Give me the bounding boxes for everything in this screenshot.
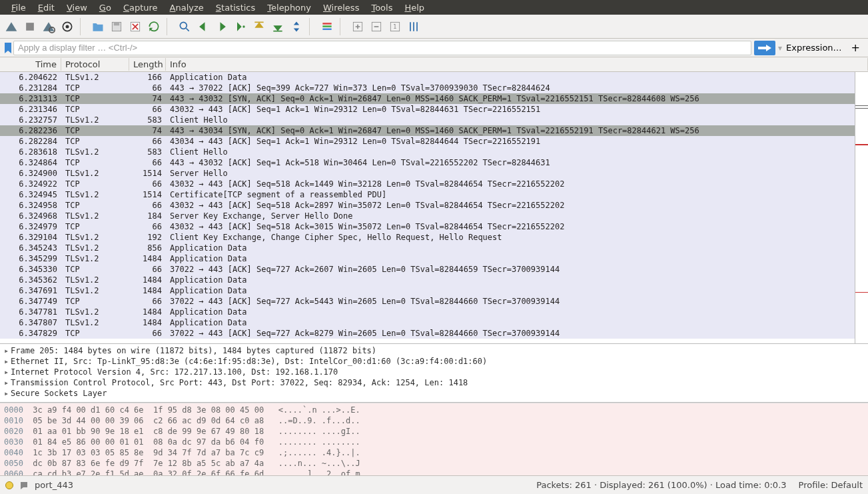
hex-row[interactable]: 0010 05 be 3d 44 00 00 39 06 c2 66 ac d9… xyxy=(4,415,864,426)
capture-comment-icon[interactable] xyxy=(19,480,29,491)
hex-row[interactable]: 0040 1c 3b 17 03 03 05 85 8e 9d 34 7f 7d… xyxy=(4,447,864,458)
open-file-button[interactable] xyxy=(89,18,107,35)
menu-telephony[interactable]: Telephony xyxy=(261,1,317,14)
expand-triangle-icon[interactable]: ▸ xyxy=(4,388,11,399)
menu-wireless[interactable]: Wireless xyxy=(317,1,365,14)
colorize-button[interactable] xyxy=(318,18,336,35)
hex-row[interactable]: 0030 01 84 e5 86 00 00 01 01 08 0a dc 97… xyxy=(4,437,864,447)
svg-rect-0 xyxy=(26,23,34,31)
goto-last-button[interactable] xyxy=(269,18,286,35)
close-file-button[interactable] xyxy=(127,18,144,35)
packet-list-header[interactable]: Time Protocol Length Info xyxy=(0,57,868,72)
toolbar-separator xyxy=(80,18,85,35)
menu-go[interactable]: Go xyxy=(93,1,117,14)
packet-row[interactable]: 6.231346TCP6643032 → 443 [ACK] Seq=1 Ack… xyxy=(0,104,855,115)
packet-row[interactable]: 6.324958TCP6643032 → 443 [ACK] Seq=518 A… xyxy=(0,200,855,211)
menu-file[interactable]: File xyxy=(5,1,32,14)
detail-tree-item[interactable]: ▸Internet Protocol Version 4, Src: 172.2… xyxy=(4,367,864,377)
packet-row[interactable]: 6.347691TLSv1.21484Application Data xyxy=(0,285,855,296)
packet-row[interactable]: 6.282236TCP74443 → 43034 [SYN, ACK] Seq=… xyxy=(0,125,855,136)
svg-rect-9 xyxy=(254,21,263,23)
hex-row[interactable]: 0020 01 aa 01 bb 90 9e 18 e1 c8 de 99 9e… xyxy=(4,426,864,437)
packet-row[interactable]: 6.329104TLSv1.2192Client Key Exchange, C… xyxy=(0,232,855,243)
svg-point-3 xyxy=(66,25,69,28)
expand-triangle-icon[interactable]: ▸ xyxy=(4,377,11,388)
packet-row[interactable]: 6.231284TCP66443 → 37022 [ACK] Seq=399 A… xyxy=(0,83,855,93)
expression-button[interactable]: Expression… xyxy=(782,43,846,53)
menu-tools[interactable]: Tools xyxy=(365,1,398,14)
menu-view[interactable]: View xyxy=(61,1,93,14)
apply-filter-button[interactable] xyxy=(754,41,775,55)
save-file-button[interactable] xyxy=(108,18,125,35)
packet-row[interactable]: 6.347781TLSv1.21484Application Data xyxy=(0,307,855,317)
packet-row[interactable]: 6.283618TLSv1.2583Client Hello xyxy=(0,147,855,157)
svg-text:1: 1 xyxy=(393,23,396,30)
packet-diagram-minimap[interactable] xyxy=(855,72,868,343)
go-forward-button[interactable] xyxy=(213,18,230,35)
packet-row[interactable]: 6.282284TCP6643034 → 443 [ACK] Seq=1 Ack… xyxy=(0,136,855,147)
column-header-protocol[interactable]: Protocol xyxy=(61,58,129,71)
menu-capture[interactable]: Capture xyxy=(117,1,164,14)
packet-row[interactable]: 6.324945TLSv1.21514Certificate[TCP segme… xyxy=(0,189,855,200)
packet-row[interactable]: 6.347829TCP6637022 → 443 [ACK] Seq=727 A… xyxy=(0,328,855,339)
capture-options-button[interactable] xyxy=(59,18,76,35)
packet-row[interactable]: 6.345362TLSv1.21484Application Data xyxy=(0,275,855,285)
detail-tree-item[interactable]: ▸Frame 205: 1484 bytes on wire (11872 bi… xyxy=(4,345,864,356)
hex-row[interactable]: 0060 ca cd b3 e7 2e f1 5d ae 0a 32 0f 2e… xyxy=(4,469,864,475)
packet-row[interactable]: 6.347807TLSv1.21484Application Data xyxy=(0,317,855,328)
packet-details-pane[interactable]: ▸Frame 205: 1484 bytes on wire (11872 bi… xyxy=(0,344,868,403)
main-area: Time Protocol Length Info 6.204622TLSv1.… xyxy=(0,57,868,475)
zoom-reset-button[interactable]: 1 xyxy=(386,18,404,35)
restart-capture-button[interactable] xyxy=(40,18,57,35)
resize-columns-button[interactable] xyxy=(405,18,422,35)
hex-row[interactable]: 0050 dc 0b 87 83 6e fe d9 7f 7e 12 8b a5… xyxy=(4,458,864,469)
detail-tree-item[interactable]: ▸Secure Sockets Layer xyxy=(4,388,864,399)
go-back-button[interactable] xyxy=(195,18,212,35)
expert-info-led[interactable] xyxy=(5,481,13,489)
reload-button[interactable] xyxy=(145,18,163,35)
zoom-out-button[interactable] xyxy=(368,18,385,35)
menu-edit[interactable]: Edit xyxy=(32,1,61,14)
packet-row[interactable]: 6.204622TLSv1.2166Application Data xyxy=(0,72,855,83)
expand-triangle-icon[interactable]: ▸ xyxy=(4,356,11,367)
svg-rect-10 xyxy=(273,30,282,31)
packet-row[interactable]: 6.345299TLSv1.21484Application Data xyxy=(0,253,855,264)
hex-row[interactable]: 0000 3c a9 f4 00 d1 60 c4 6e 1f 95 d8 3e… xyxy=(4,405,864,415)
menubar: FileEditViewGoCaptureAnalyzeStatisticsTe… xyxy=(0,0,868,15)
goto-packet-button[interactable] xyxy=(232,18,249,35)
expand-triangle-icon[interactable]: ▸ xyxy=(4,345,11,356)
packet-row[interactable]: 6.232757TLSv1.2583Client Hello xyxy=(0,115,855,125)
column-header-time[interactable]: Time xyxy=(0,58,61,71)
display-filter-input[interactable] xyxy=(13,41,751,55)
menu-statistics[interactable]: Statistics xyxy=(210,1,261,14)
packet-row[interactable]: 6.324864TCP66443 → 43032 [ACK] Seq=1 Ack… xyxy=(0,157,855,168)
expand-triangle-icon[interactable]: ▸ xyxy=(4,367,11,377)
packet-row[interactable]: 6.324979TCP6643032 → 443 [ACK] Seq=518 A… xyxy=(0,221,855,232)
packet-bytes-pane[interactable]: 0000 3c a9 f4 00 d1 60 c4 6e 1f 95 d8 3e… xyxy=(0,403,868,475)
menu-analyze[interactable]: Analyze xyxy=(164,1,210,14)
menu-help[interactable]: Help xyxy=(398,1,430,14)
packet-row[interactable]: 6.345330TCP6637022 → 443 [ACK] Seq=727 A… xyxy=(0,264,855,275)
add-filter-button[interactable]: + xyxy=(846,41,865,54)
packet-row[interactable]: 6.231313TCP74443 → 43032 [SYN, ACK] Seq=… xyxy=(0,93,855,104)
column-header-info[interactable]: Info xyxy=(166,58,868,71)
packet-row[interactable]: 6.347749TCP6637022 → 443 [ACK] Seq=727 A… xyxy=(0,296,855,307)
goto-first-button[interactable] xyxy=(250,18,268,35)
find-button[interactable] xyxy=(176,18,193,35)
column-header-length[interactable]: Length xyxy=(129,58,166,71)
autoscroll-button[interactable] xyxy=(288,18,305,35)
packet-row[interactable]: 6.345243TLSv1.2856Application Data xyxy=(0,243,855,253)
packet-row[interactable]: 6.324968TLSv1.2184Server Key Exchange, S… xyxy=(0,211,855,221)
bookmark-icon[interactable] xyxy=(3,41,13,55)
start-capture-button[interactable] xyxy=(3,18,20,35)
packet-row[interactable]: 6.324900TLSv1.21514Server Hello xyxy=(0,168,855,179)
detail-tree-item[interactable]: ▸Ethernet II, Src: Tp-LinkT_95:d8:3e (c4… xyxy=(4,356,864,367)
packet-row[interactable]: 6.324922TCP6643032 → 443 [ACK] Seq=518 A… xyxy=(0,179,855,189)
stop-capture-button[interactable] xyxy=(21,18,39,35)
zoom-in-button[interactable] xyxy=(349,18,366,35)
detail-tree-item[interactable]: ▸Transmission Control Protocol, Src Port… xyxy=(4,377,864,388)
profile-label[interactable]: Profile: Default xyxy=(799,480,863,490)
svg-point-7 xyxy=(180,22,187,29)
packet-list-body[interactable]: 6.204622TLSv1.2166Application Data6.2312… xyxy=(0,72,855,343)
svg-rect-13 xyxy=(322,28,331,30)
